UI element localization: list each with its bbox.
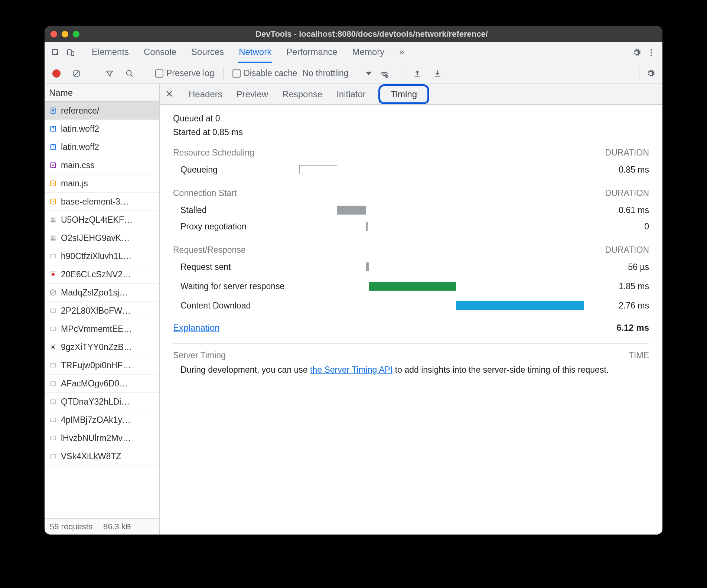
tab-preview[interactable]: Preview	[235, 85, 270, 104]
request-row[interactable]: main.js	[45, 174, 159, 193]
request-rows: reference/Tlatin.woff2Tlatin.woff2main.c…	[45, 102, 159, 518]
request-row[interactable]: MadqZslZpo1sj…	[45, 284, 159, 302]
file-type-icon	[49, 270, 57, 278]
svg-rect-28	[50, 327, 55, 331]
request-row[interactable]: Tlatin.woff2	[45, 120, 159, 138]
file-type-icon	[49, 398, 57, 406]
maximize-window-icon[interactable]	[73, 31, 79, 37]
file-type-icon	[49, 434, 57, 442]
request-row[interactable]: 9gzXiTYY0nZzB…	[45, 338, 159, 356]
total-duration: 6.12 ms	[616, 323, 649, 333]
tab-memory[interactable]: Memory	[352, 42, 385, 63]
kebab-menu-icon[interactable]	[644, 45, 659, 60]
search-icon[interactable]	[122, 66, 137, 81]
file-type-icon: T	[49, 125, 57, 133]
status-bar: 59 requests 86.3 kB	[45, 518, 159, 535]
upload-har-icon[interactable]	[410, 66, 425, 81]
svg-rect-33	[50, 400, 55, 404]
request-row[interactable]: TRFujw0pi0nHF…	[45, 356, 159, 375]
request-row[interactable]: h90CtfziXluvh1L…	[45, 247, 159, 265]
svg-text:T: T	[52, 127, 54, 131]
preserve-log-label: Preserve log	[166, 68, 214, 78]
request-row[interactable]: reference/	[45, 102, 159, 120]
disable-cache-checkbox[interactable]: Disable cache	[232, 68, 297, 78]
timing-label: Queueing	[173, 165, 299, 175]
request-row[interactable]: 2P2L80XfBoFW…	[45, 302, 159, 320]
svg-point-16	[52, 183, 53, 184]
tab-timing[interactable]: Timing	[378, 84, 429, 104]
file-type-icon	[49, 252, 57, 260]
chevron-down-icon	[366, 72, 372, 75]
minimize-window-icon[interactable]	[62, 31, 68, 37]
tab-elements[interactable]: Elements	[91, 42, 130, 63]
server-timing-api-link[interactable]: the Server Timing API	[310, 365, 392, 375]
timing-bar	[299, 165, 590, 174]
request-row[interactable]: Tlatin.woff2	[45, 138, 159, 156]
svg-point-20	[52, 218, 53, 219]
request-name: TRFujw0pi0nHF…	[61, 360, 131, 370]
timing-label: Waiting for server response	[173, 280, 299, 293]
request-row[interactable]: O2sIJEHG9avK…	[45, 229, 159, 247]
timing-bar	[299, 222, 590, 231]
tab-headers[interactable]: Headers	[187, 85, 224, 104]
svg-rect-34	[50, 418, 55, 422]
request-row[interactable]: AFacMOgv6D0…	[45, 375, 159, 393]
request-row[interactable]: MPcVmmemtEE…	[45, 320, 159, 338]
timing-row: Stalled0.61 ms	[173, 202, 649, 218]
throttling-select[interactable]: No throttling	[303, 68, 372, 78]
request-row[interactable]: 4pIMBj7zOAk1y…	[45, 411, 159, 429]
timing-value: 0.85 ms	[590, 165, 649, 175]
request-name: latin.woff2	[61, 124, 99, 134]
tab-console[interactable]: Console	[143, 42, 177, 63]
device-toggle-icon[interactable]	[63, 45, 78, 60]
server-timing-note: During development, you can use the Serv…	[173, 364, 649, 376]
request-name: 20E6CLcSzNV2…	[61, 270, 131, 280]
request-row[interactable]: 20E6CLcSzNV2…	[45, 265, 159, 284]
request-name: base-element-3…	[61, 197, 129, 207]
tab-network[interactable]: Network	[238, 42, 272, 63]
download-har-icon[interactable]	[430, 66, 445, 81]
network-conditions-icon[interactable]	[377, 66, 392, 81]
request-row[interactable]: base-element-3…	[45, 193, 159, 211]
separator	[639, 67, 639, 80]
separator	[223, 67, 224, 80]
timing-bar	[299, 206, 590, 215]
body: Name reference/Tlatin.woff2Tlatin.woff2m…	[45, 84, 662, 535]
window-title: DevTools - localhost:8080/docs/devtools/…	[87, 29, 656, 39]
file-type-icon	[49, 107, 57, 115]
request-detail: ✕ Headers Preview Response Initiator Tim…	[160, 84, 662, 535]
close-detail-icon[interactable]: ✕	[163, 88, 176, 100]
column-header-name[interactable]: Name	[45, 84, 159, 102]
record-button[interactable]	[49, 66, 64, 81]
request-row[interactable]: U5OHzQL4tEKF…	[45, 211, 159, 229]
request-row[interactable]: lHvzbNUlrm2Mv…	[45, 429, 159, 447]
svg-rect-32	[50, 382, 55, 385]
filter-icon[interactable]	[102, 66, 117, 81]
request-name: VSk4XiLkW8TZ	[61, 451, 121, 461]
explanation-link[interactable]: Explanation	[173, 323, 219, 333]
network-settings-icon[interactable]	[643, 66, 658, 81]
settings-icon[interactable]	[629, 45, 644, 60]
tab-initiator[interactable]: Initiator	[335, 85, 367, 104]
svg-point-30	[52, 346, 54, 348]
inspect-icon[interactable]	[48, 45, 63, 60]
close-window-icon[interactable]	[50, 31, 57, 37]
request-row[interactable]: QTDnaY32hLDi…	[45, 393, 159, 411]
detail-tabs: ✕ Headers Preview Response Initiator Tim…	[160, 84, 662, 105]
svg-point-4	[651, 52, 652, 53]
throttling-value: No throttling	[303, 68, 349, 78]
timing-value: 0.61 ms	[590, 205, 649, 215]
tab-response[interactable]: Response	[281, 85, 324, 104]
preserve-log-checkbox[interactable]: Preserve log	[155, 68, 214, 78]
clear-icon[interactable]	[69, 66, 84, 81]
tab-more[interactable]: »	[398, 42, 405, 63]
request-row[interactable]: VSk4XiLkW8TZ	[45, 447, 159, 466]
file-type-icon	[49, 216, 57, 224]
tab-performance[interactable]: Performance	[286, 42, 338, 63]
tab-sources[interactable]: Sources	[190, 42, 225, 63]
request-row[interactable]: main.css	[45, 156, 159, 174]
file-type-icon	[49, 361, 57, 369]
timing-bar	[299, 301, 590, 310]
timing-value: 1.85 ms	[590, 281, 649, 291]
request-name: main.js	[61, 179, 88, 189]
